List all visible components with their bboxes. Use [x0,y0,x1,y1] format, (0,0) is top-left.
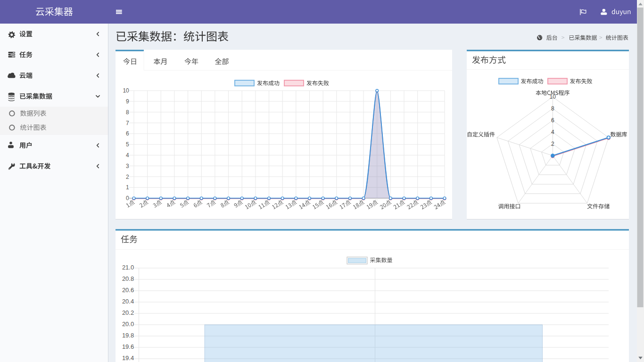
svg-text:20.4: 20.4 [122,298,134,305]
svg-text:9: 9 [126,98,129,105]
svg-text:20.2: 20.2 [122,309,134,316]
svg-text:19.8: 19.8 [122,332,134,339]
svg-text:2: 2 [126,174,129,180]
svg-text:7: 7 [126,120,129,126]
svg-text:20.6: 20.6 [122,286,134,294]
svg-text:6: 6 [551,117,554,124]
svg-text:4: 4 [126,152,129,159]
svg-text:5: 5 [126,141,129,148]
svg-text:0: 0 [126,195,129,202]
svg-text:4: 4 [551,129,554,135]
svg-text:20.0: 20.0 [122,320,134,328]
svg-text:1: 1 [126,184,129,191]
svg-text:8: 8 [551,105,554,112]
svg-text:8: 8 [126,109,129,116]
svg-text:20.8: 20.8 [122,275,134,282]
svg-text:3: 3 [126,163,129,169]
svg-text:10: 10 [550,93,556,100]
svg-text:2: 2 [551,141,554,147]
svg-text:10: 10 [123,87,129,94]
svg-text:6: 6 [126,130,129,137]
svg-text:21.0: 21.0 [122,264,134,271]
svg-text:19.4: 19.4 [122,354,134,362]
svg-text:19.6: 19.6 [122,343,134,350]
